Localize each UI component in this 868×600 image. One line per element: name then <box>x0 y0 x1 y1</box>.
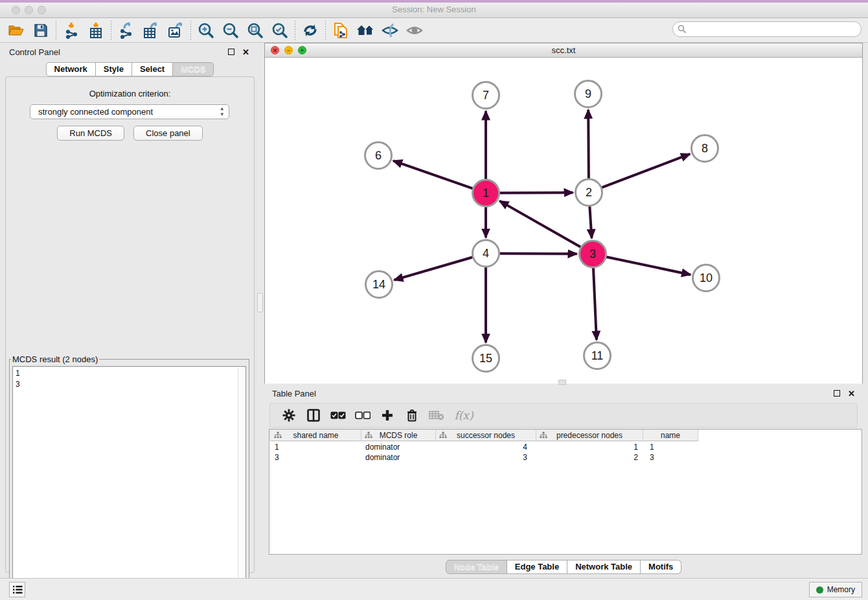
edge-1-2[interactable] <box>499 192 573 193</box>
copy-network-button[interactable] <box>328 20 353 41</box>
edge-2-9[interactable] <box>588 110 589 178</box>
run-mcds-button[interactable]: Run MCDS <box>57 126 124 141</box>
node-8[interactable]: 8 <box>692 135 718 162</box>
delete-column-button[interactable] <box>400 405 424 426</box>
table-cell[interactable]: 3 <box>643 452 698 463</box>
node-7[interactable]: 7 <box>473 82 499 109</box>
refresh-layout-button[interactable] <box>298 20 323 41</box>
eye-icon <box>405 23 424 38</box>
table-tab-motifs[interactable]: Motifs <box>641 560 681 574</box>
export-table-button[interactable] <box>139 20 163 41</box>
node-1[interactable]: 1 <box>473 180 499 207</box>
horizontal-splitter-handle[interactable] <box>558 380 566 385</box>
network-window-titlebar: ✕ − + scc.txt <box>265 43 862 58</box>
task-history-button[interactable] <box>9 582 25 597</box>
edge-4-3[interactable] <box>499 253 577 254</box>
edge-4-14[interactable] <box>394 257 473 280</box>
node-14[interactable]: 14 <box>366 271 393 298</box>
close-panel-button[interactable]: Close panel <box>133 126 203 141</box>
node-10[interactable]: 10 <box>693 265 720 292</box>
table-cell[interactable]: 3 <box>271 452 361 463</box>
create-column-button[interactable] <box>375 405 400 426</box>
criterion-select[interactable]: strongly connected component ▴▾ <box>30 104 229 119</box>
table-tab-edge-table[interactable]: Edge Table <box>507 560 567 574</box>
node-label: 7 <box>483 89 489 102</box>
node-9[interactable]: 9 <box>575 81 602 108</box>
window-title: Session: New Session <box>0 5 868 14</box>
table-cell[interactable]: 3 <box>436 452 536 463</box>
table-row[interactable]: 1dominator411 <box>271 442 698 452</box>
edge-2-3[interactable] <box>589 206 591 238</box>
result-scrollbar[interactable] <box>238 367 245 594</box>
column-header-successor-nodes[interactable]: successor nodes <box>436 430 536 441</box>
node-4[interactable]: 4 <box>473 240 499 267</box>
show-column-button[interactable] <box>301 405 326 426</box>
edge-3-11[interactable] <box>593 268 597 340</box>
fx-icon: f(x) <box>454 409 473 422</box>
show-details-button[interactable] <box>402 20 427 41</box>
column-header-label: successor nodes <box>436 431 536 440</box>
float-panel-icon[interactable] <box>228 49 234 55</box>
network-canvas[interactable]: 7968124314101511 <box>265 58 862 384</box>
zoom-out-icon <box>222 22 239 39</box>
tab-style[interactable]: Style <box>96 62 132 76</box>
table-cell[interactable]: dominator <box>361 442 436 452</box>
search-field[interactable] <box>672 21 862 37</box>
node-6[interactable]: 6 <box>365 143 392 169</box>
select-stepper-icon: ▴▾ <box>220 106 223 117</box>
node-label: 11 <box>591 349 604 362</box>
tab-select[interactable]: Select <box>132 62 173 76</box>
memory-button[interactable]: Memory <box>809 582 862 597</box>
save-floppy-icon <box>34 23 48 38</box>
save-session-button[interactable] <box>29 20 53 41</box>
network-graph: 7968124314101511 <box>265 58 862 384</box>
column-header-mcds-role[interactable]: MCDS role <box>361 430 436 441</box>
zoom-selected-button[interactable] <box>268 20 292 41</box>
table-cell[interactable]: 1 <box>271 442 361 452</box>
import-network-button[interactable] <box>59 20 84 41</box>
tab-mcds[interactable]: MCDS <box>173 62 214 76</box>
edge-1-6[interactable] <box>393 161 473 189</box>
zoom-out-button[interactable] <box>218 20 243 41</box>
column-header-name[interactable]: name <box>643 430 698 441</box>
table-cell[interactable]: 1 <box>536 442 643 452</box>
table-cell[interactable]: 2 <box>536 452 643 463</box>
column-header-shared-name[interactable]: shared name <box>271 430 361 441</box>
eye-slash-icon <box>381 23 399 38</box>
close-panel-icon[interactable]: ✕ <box>242 47 249 57</box>
zoom-in-button[interactable] <box>194 20 218 41</box>
titlebar: Session: New Session <box>0 0 868 18</box>
search-icon <box>678 25 687 34</box>
close-panel-icon[interactable]: ✕ <box>848 389 855 398</box>
node-15[interactable]: 15 <box>473 345 499 372</box>
table-row[interactable]: 3dominator323 <box>271 452 698 463</box>
node-2[interactable]: 2 <box>576 179 602 206</box>
export-image-button[interactable] <box>163 20 188 41</box>
node-3[interactable]: 3 <box>580 241 606 268</box>
edge-2-8[interactable] <box>602 154 690 188</box>
vertical-splitter-handle[interactable] <box>257 293 263 312</box>
open-session-button[interactable] <box>4 20 29 41</box>
table-tab-node-table[interactable]: Node Table <box>446 560 507 574</box>
table-cell[interactable]: dominator <box>361 452 436 463</box>
select-all-rows-button[interactable] <box>326 405 350 426</box>
column-header-predecessor-nodes[interactable]: predecessor nodes <box>536 430 643 441</box>
table-cell[interactable]: 1 <box>643 442 698 452</box>
hide-details-button[interactable] <box>378 20 402 41</box>
deselect-all-rows-button[interactable] <box>350 405 375 426</box>
table-settings-button[interactable] <box>277 405 301 426</box>
node-11[interactable]: 11 <box>584 343 611 369</box>
table-cell[interactable]: 4 <box>436 442 536 452</box>
import-network-icon <box>63 22 79 39</box>
table-tab-network-table[interactable]: Network Table <box>567 560 641 574</box>
edge-3-1[interactable] <box>499 201 580 247</box>
float-panel-icon[interactable] <box>834 390 840 397</box>
home-networks-button[interactable] <box>353 20 378 41</box>
import-table-button[interactable] <box>84 20 108 41</box>
tab-network[interactable]: Network <box>46 62 96 76</box>
edge-3-10[interactable] <box>606 257 691 274</box>
zoom-fit-button[interactable] <box>243 20 268 41</box>
export-network-button[interactable] <box>114 20 139 41</box>
search-input[interactable] <box>689 23 861 35</box>
zoom-fit-icon <box>247 22 264 39</box>
